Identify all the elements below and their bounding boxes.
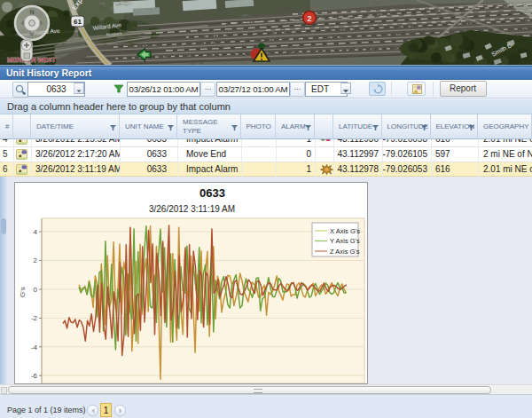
svg-text:0: 0	[34, 286, 38, 294]
svg-text:-2: -2	[31, 314, 38, 322]
svg-text:X Axis G's: X Axis G's	[330, 227, 360, 235]
svg-text:2: 2	[34, 256, 38, 264]
svg-text:-6: -6	[31, 372, 38, 380]
svg-text:-4: -4	[31, 343, 38, 351]
svg-text:Z Axis G's: Z Axis G's	[330, 248, 360, 256]
svg-text:4: 4	[34, 228, 38, 236]
svg-text:G's: G's	[19, 287, 27, 297]
svg-text:Y Axis G's: Y Axis G's	[330, 237, 360, 245]
